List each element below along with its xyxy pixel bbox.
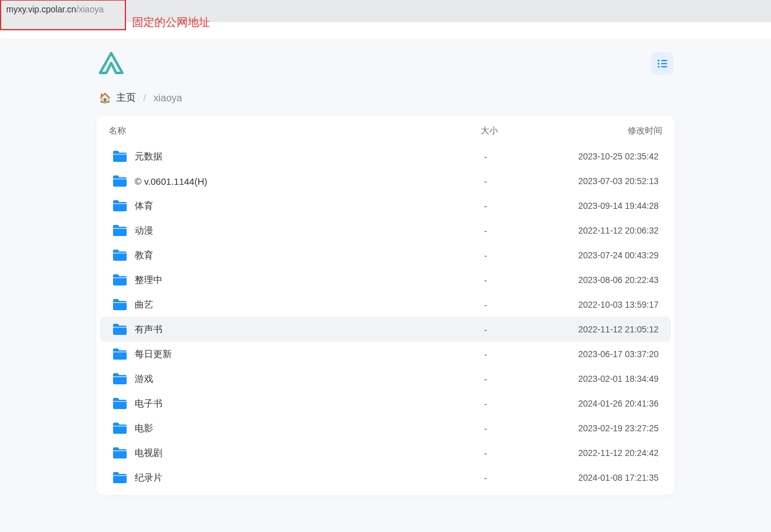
svg-rect-13 — [113, 327, 127, 327]
view-toggle-button[interactable] — [651, 53, 673, 75]
breadcrumb-current[interactable]: xiaoya — [153, 93, 182, 104]
file-date: 2022-11-12 21:05:12 — [541, 324, 659, 334]
file-name-cell: 纪录片 — [112, 471, 430, 484]
file-date: 2023-02-19 23:27:25 — [541, 423, 659, 433]
file-name: 曲艺 — [135, 299, 153, 311]
col-header-size[interactable]: 大小 — [434, 125, 545, 137]
folder-icon — [112, 224, 127, 237]
table-row[interactable]: 有声书 - 2022-11-12 21:05:12 — [100, 317, 671, 342]
file-size: - — [430, 448, 541, 458]
table-row[interactable]: 电子书 - 2024-01-26 20:41:36 — [100, 391, 671, 416]
file-name: © v.0601.1144(H) — [135, 176, 208, 187]
file-name-cell: 体育 — [112, 200, 430, 212]
svg-rect-17 — [113, 426, 127, 426]
breadcrumb-separator: / — [143, 93, 146, 104]
folder-icon — [112, 150, 127, 163]
folder-icon — [112, 397, 127, 410]
folder-icon — [112, 274, 127, 286]
svg-rect-11 — [113, 277, 127, 278]
breadcrumb-home[interactable]: 主页 — [116, 91, 136, 104]
file-list-container: 名称 大小 修改时间 元数据 - 2023-10-25 02:35:42 © v… — [96, 116, 675, 495]
folder-icon — [112, 422, 127, 434]
table-row[interactable]: © v.0601.1144(H) - 2023-07-03 20:52:13 — [100, 169, 671, 193]
file-name: 元数据 — [135, 151, 162, 163]
file-name-cell: © v.0601.1144(H) — [112, 175, 430, 187]
annotation-label: 固定的公网地址 — [132, 15, 210, 30]
svg-rect-19 — [113, 475, 127, 476]
svg-rect-10 — [113, 253, 127, 253]
list-view-icon — [656, 57, 668, 70]
url-domain: myxy.vip.cpolar.cn — [6, 4, 76, 14]
table-row[interactable]: 电影 - 2023-02-19 23:27:25 — [100, 416, 671, 441]
file-size: - — [430, 226, 541, 236]
file-name-cell: 动漫 — [112, 224, 430, 237]
file-name-cell: 曲艺 — [112, 298, 430, 311]
file-name-cell: 游戏 — [112, 373, 430, 385]
file-date: 2022-11-12 20:24:42 — [541, 448, 659, 458]
page-body: 🏠 主页 / xiaoya 名称 大小 修改时间 元数据 - 2023-10-2… — [0, 38, 771, 532]
file-name-cell: 电子书 — [112, 397, 430, 410]
folder-icon — [112, 373, 127, 385]
file-name: 电视剧 — [135, 447, 162, 459]
file-name: 整理中 — [135, 274, 162, 286]
file-size: - — [430, 275, 541, 285]
file-name: 动漫 — [135, 225, 153, 237]
svg-rect-6 — [113, 154, 127, 154]
list-header: 名称 大小 修改时间 — [96, 120, 675, 144]
file-name: 纪录片 — [135, 472, 162, 484]
table-row[interactable]: 教育 - 2023-07-24 00:43:29 — [100, 243, 671, 268]
folder-icon — [112, 200, 127, 212]
svg-rect-12 — [113, 302, 127, 303]
file-name: 电子书 — [135, 398, 162, 410]
app-logo[interactable] — [98, 52, 125, 75]
svg-point-0 — [658, 60, 660, 62]
file-name-cell: 教育 — [112, 249, 430, 261]
file-name-cell: 有声书 — [112, 323, 430, 336]
file-date: 2023-07-03 20:52:13 — [541, 176, 659, 186]
folder-icon — [112, 471, 127, 484]
svg-point-4 — [658, 66, 660, 68]
file-size: - — [430, 176, 541, 187]
table-row[interactable]: 纪录片 - 2024-01-08 17:21:35 — [100, 465, 671, 490]
folder-icon — [112, 447, 127, 459]
col-header-name[interactable]: 名称 — [109, 125, 434, 137]
svg-rect-1 — [661, 60, 667, 61]
file-size: - — [430, 399, 541, 409]
folder-icon — [112, 298, 127, 311]
file-date: 2024-01-26 20:41:36 — [541, 399, 659, 408]
svg-rect-9 — [113, 228, 127, 229]
table-row[interactable]: 电视剧 - 2022-11-12 20:24:42 — [100, 441, 671, 465]
svg-rect-7 — [113, 179, 127, 179]
table-row[interactable]: 游戏 - 2023-02-01 18:34:49 — [100, 366, 671, 391]
table-row[interactable]: 元数据 - 2023-10-25 02:35:42 — [100, 144, 671, 169]
file-size: - — [430, 201, 541, 211]
svg-rect-14 — [113, 352, 127, 352]
home-icon[interactable]: 🏠 — [99, 92, 111, 104]
file-name-cell: 电视剧 — [112, 447, 430, 459]
file-name: 电影 — [135, 423, 153, 434]
file-size: - — [430, 349, 541, 360]
folder-icon — [112, 348, 127, 360]
file-date: 2022-11-12 20:06:32 — [541, 226, 659, 235]
table-row[interactable]: 每日更新 - 2023-06-17 03:37:20 — [100, 342, 671, 366]
file-date: 2023-06-17 03:37:20 — [541, 349, 659, 359]
table-row[interactable]: 体育 - 2023-09-14 19:44:28 — [100, 193, 671, 218]
svg-point-2 — [658, 63, 660, 65]
svg-rect-5 — [661, 66, 667, 67]
file-name-cell: 每日更新 — [112, 348, 430, 360]
address-bar: myxy.vip.cpolar.cn/xiaoya 固定的公网地址 — [0, 0, 771, 22]
file-name-cell: 元数据 — [112, 150, 430, 163]
folder-icon — [112, 323, 127, 336]
file-name: 每日更新 — [135, 348, 172, 360]
file-date: 2023-09-14 19:44:28 — [541, 201, 659, 211]
table-row[interactable]: 曲艺 - 2022-10-03 13:59:17 — [100, 292, 671, 317]
table-row[interactable]: 动漫 - 2022-11-12 20:06:32 — [100, 218, 671, 243]
file-date: 2023-10-25 02:35:42 — [541, 151, 659, 161]
url-input-highlighted[interactable]: myxy.vip.cpolar.cn/xiaoya — [0, 0, 126, 30]
file-date: 2024-01-08 17:21:35 — [541, 473, 659, 483]
file-name-cell: 整理中 — [112, 274, 430, 286]
file-size: - — [430, 374, 541, 384]
file-date: 2022-10-03 13:59:17 — [541, 300, 659, 310]
col-header-date[interactable]: 修改时间 — [545, 125, 662, 137]
table-row[interactable]: 整理中 - 2023-08-06 20:22:43 — [100, 268, 671, 292]
